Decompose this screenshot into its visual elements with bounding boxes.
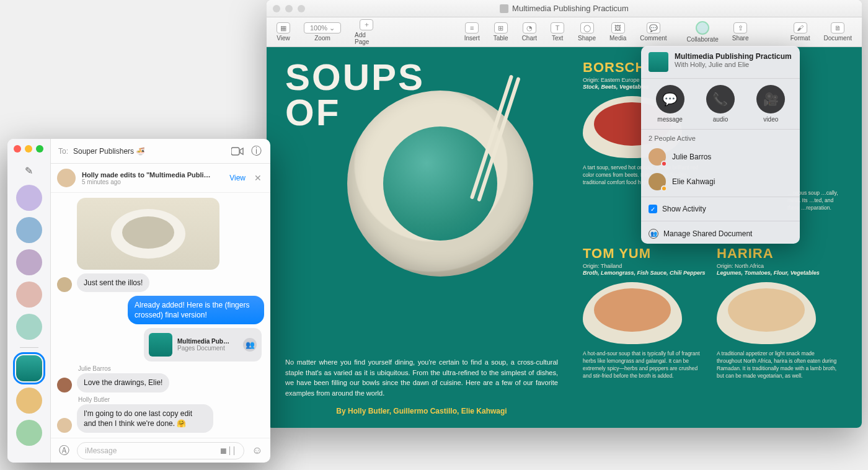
- tool-zoom[interactable]: 100% ⌄Zoom: [300, 22, 345, 42]
- message-bubble-outgoing[interactable]: Already added! Here is the (fingers cros…: [128, 296, 264, 324]
- banner-time: 5 minutes ago: [82, 179, 223, 185]
- message-bubble[interactable]: Love the drawings, Elie!: [77, 373, 169, 392]
- document-body: No matter where you find yourself dining…: [285, 357, 558, 417]
- tool-shape[interactable]: ◯Shape: [574, 22, 600, 42]
- collab-person[interactable]: Julie Barros: [641, 144, 800, 169]
- document-icon: [500, 4, 508, 13]
- presence-indicator: [661, 161, 667, 167]
- info-button[interactable]: ⓘ: [249, 144, 263, 158]
- hero-illustration: [347, 91, 533, 277]
- message-input[interactable]: iMessage ⏹⎮⎮: [77, 442, 244, 459]
- message-bubble[interactable]: I'm going to do one last copy edit and t…: [77, 404, 213, 433]
- collab-subtitle: With Holly, Julie and Elie: [675, 61, 792, 68]
- traffic-lights: [14, 144, 43, 156]
- window-title-text: Multimedia Publishing Practicum: [512, 4, 629, 13]
- collab-person[interactable]: Elie Kahwagi: [641, 169, 800, 194]
- collab-video-button[interactable]: 🎥video: [756, 85, 785, 123]
- pages-window: Multimedia Publishing Practicum ▦View 10…: [267, 0, 862, 428]
- collab-show-activity[interactable]: ✓ Show Activity: [641, 200, 800, 218]
- window-title: Multimedia Publishing Practicum: [500, 4, 629, 13]
- message-list[interactable]: Just sent the illos! Already added! Here…: [51, 193, 270, 438]
- message-bubble[interactable]: Just sent the illos!: [77, 273, 149, 292]
- close-button[interactable]: [273, 5, 280, 12]
- phone-icon: 📞: [706, 85, 735, 113]
- avatar: [57, 378, 72, 392]
- collab-title: Multimedia Publishing Practicum: [675, 52, 792, 61]
- conversation-avatar[interactable]: [16, 388, 42, 414]
- emoji-button[interactable]: ☺: [249, 443, 265, 459]
- tool-media[interactable]: 🖼Media: [606, 22, 630, 42]
- zoom-button[interactable]: [298, 5, 305, 12]
- tool-document[interactable]: 🗎Document: [820, 22, 856, 42]
- sender-label: Holly Butler: [78, 396, 264, 403]
- svg-rect-0: [231, 148, 239, 155]
- conversation-avatar-selected[interactable]: [16, 355, 42, 381]
- avatar: [57, 418, 72, 433]
- attachment-name: Multimedia Pub…: [177, 338, 238, 345]
- image-attachment[interactable]: [77, 198, 219, 270]
- traffic-lights: [273, 5, 305, 12]
- tool-comment[interactable]: 💬Comment: [636, 22, 670, 42]
- conversation-avatar[interactable]: [16, 249, 42, 275]
- avatar: [57, 277, 72, 292]
- tool-view[interactable]: ▦View: [273, 22, 294, 42]
- pages-titlebar[interactable]: Multimedia Publishing Practicum: [267, 0, 862, 17]
- collab-header: Multimedia Publishing Practicum With Hol…: [641, 46, 800, 79]
- conversation-avatar[interactable]: [16, 314, 42, 340]
- tool-chart[interactable]: ◔Chart: [518, 22, 541, 42]
- minimize-button[interactable]: [25, 145, 32, 153]
- input-placeholder: iMessage: [85, 446, 117, 455]
- apps-button[interactable]: Ⓐ: [56, 443, 72, 459]
- attachment-share-icon[interactable]: 👥: [243, 338, 257, 352]
- zoom-button[interactable]: [36, 145, 43, 153]
- banner-close-button[interactable]: ✕: [252, 173, 264, 183]
- messages-sidebar: ✎: [7, 139, 51, 463]
- tool-insert[interactable]: ≡Insert: [461, 22, 484, 42]
- collab-actions: 💬message 📞audio 🎥video: [641, 79, 800, 130]
- minimize-button[interactable]: [285, 5, 293, 12]
- globe-icon: [383, 126, 497, 241]
- video-icon: 🎥: [756, 85, 785, 113]
- document-attachment[interactable]: Multimedia Pub… Pages Document 👥: [144, 328, 262, 361]
- presence-indicator: [661, 185, 667, 192]
- close-button[interactable]: [14, 145, 21, 153]
- conversation-avatar[interactable]: [16, 185, 42, 211]
- messages-main: To: Souper Publishers 🍜 ⓘ Holly made edi…: [51, 139, 270, 463]
- message-icon: 💬: [656, 85, 684, 113]
- to-label: To:: [58, 147, 68, 156]
- sidebar-separator: [20, 347, 38, 348]
- people-icon: 👥: [649, 229, 658, 239]
- activity-banner: Holly made edits to "Multimedia Publish……: [51, 164, 270, 193]
- tool-format[interactable]: 🖌Format: [787, 22, 814, 42]
- audio-record-icon[interactable]: ⏹⎮⎮: [219, 446, 236, 456]
- collab-doc-thumbnail: [649, 52, 668, 72]
- conversation-avatar[interactable]: [16, 420, 42, 446]
- compose-button[interactable]: ✎: [21, 162, 37, 179]
- bowl-harira-icon: [717, 282, 816, 344]
- tool-table[interactable]: ⊞Table: [490, 22, 512, 42]
- avatar: [649, 173, 666, 190]
- tool-collaborate[interactable]: Collaborate: [683, 21, 722, 43]
- collab-manage-document[interactable]: 👥 Manage Shared Document: [641, 224, 800, 244]
- collab-audio-button[interactable]: 📞audio: [706, 85, 735, 123]
- recipe-harira: HARIRA Origin: North Africa Legumes, Tom…: [717, 246, 841, 380]
- collaborate-avatar-icon: [696, 21, 709, 35]
- recipe-tomyum: TOM YUM Origin: Thailand Broth, Lemongra…: [583, 246, 707, 380]
- bowl-illustration-icon: [111, 209, 185, 259]
- conversation-name: Souper Publishers 🍜: [73, 147, 145, 156]
- tool-text[interactable]: TText: [547, 22, 568, 42]
- tool-share[interactable]: ⇪Share: [728, 22, 753, 42]
- collab-active-label: 2 People Active: [641, 130, 800, 144]
- avatar: [57, 169, 76, 187]
- collab-message-button[interactable]: 💬message: [656, 85, 684, 123]
- messages-header: To: Souper Publishers 🍜 ⓘ: [51, 139, 270, 164]
- conversation-avatar[interactable]: [16, 282, 42, 308]
- document-byline: By Holly Butler, Guillermo Castillo, Eli…: [285, 406, 558, 417]
- banner-view-button[interactable]: View: [229, 174, 246, 182]
- checkbox-checked-icon[interactable]: ✓: [649, 205, 657, 213]
- avatar: [649, 148, 666, 166]
- tool-add-page[interactable]: ＋Add Page: [351, 19, 383, 45]
- facetime-button[interactable]: [231, 144, 244, 158]
- banner-text: Holly made edits to "Multimedia Publish……: [82, 171, 212, 179]
- conversation-avatar[interactable]: [16, 217, 42, 243]
